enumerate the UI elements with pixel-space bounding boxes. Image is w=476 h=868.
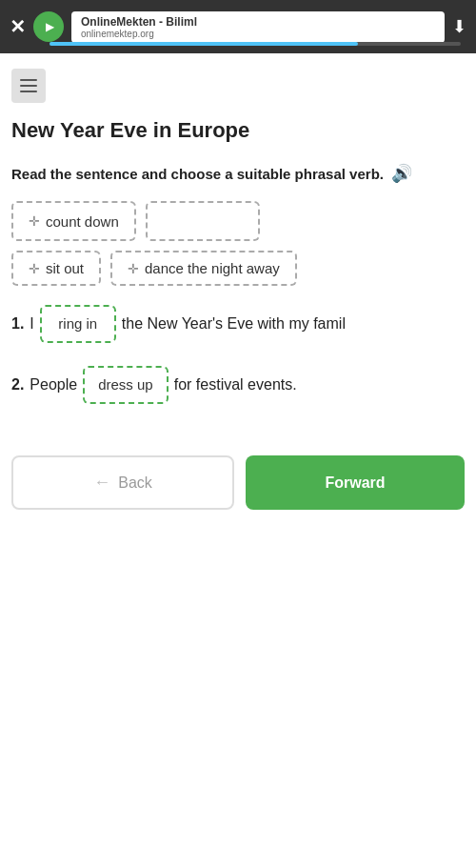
menu-line [20,85,37,87]
download-icon[interactable]: ⬇ [452,16,466,37]
sentence-1: 1. I ring in the New Year's Eve with my … [11,305,465,343]
instruction-text: Read the sentence and choose a suitable … [11,164,384,184]
phrase-chip-dance-night[interactable]: ✛ dance the night away [110,251,297,286]
sound-icon[interactable]: 🔊 [391,162,412,186]
hamburger-menu[interactable] [11,69,46,103]
browser-url: onlinemektep.org [81,29,435,39]
sentence-num-2: 2. [11,373,24,397]
close-icon[interactable]: ✕ [10,15,26,38]
main-content: New Year Eve in Europe Read the sentence… [0,53,476,868]
forward-label: Forward [325,474,385,491]
back-button[interactable]: ← Back [11,455,234,510]
answer-box-2[interactable]: dress up [83,366,169,404]
progress-bar [50,42,461,46]
browser-title: OnlineMekten - Biliml [81,15,435,29]
nav-buttons: ← Back Forward [0,427,476,529]
forward-button[interactable]: Forward [246,455,465,510]
browser-bar: ✕ OnlineMekten - Biliml onlinemektep.org… [0,0,476,53]
sentence-num-1: 1. [11,312,24,336]
phrase-label: count down [46,213,119,230]
phrase-row-1: ✛ count down [11,201,465,241]
back-label: Back [118,474,152,492]
sentences-container: 1. I ring in the New Year's Eve with my … [0,305,476,404]
phrase-chip-count-down[interactable]: ✛ count down [11,201,136,241]
sentence-2: 2. People dress up for festival events. [11,366,465,404]
progress-fill [50,42,358,46]
phrase-grid: ✛ count down ✛ sit out ✛ dance the night… [0,201,476,305]
play-button[interactable] [33,11,64,42]
instruction: Read the sentence and choose a suitable … [0,162,476,201]
sentence-before-2: People [30,373,77,397]
phrase-chip-sit-out[interactable]: ✛ sit out [11,251,101,286]
move-icon: ✛ [128,261,139,276]
phrase-row-2: ✛ sit out ✛ dance the night away [11,251,465,286]
phrase-label: dance the night away [145,260,280,276]
sentence-before-1: I [30,312,33,336]
answer-box-1[interactable]: ring in [40,305,116,343]
sentence-after-1: the New Year's Eve with my famil [122,312,346,336]
phrase-slot-empty-1[interactable] [146,201,260,241]
move-icon: ✛ [29,261,40,276]
page-title: New Year Eve in Europe [0,111,476,162]
menu-line [20,79,37,81]
move-icon: ✛ [29,213,40,229]
url-bar[interactable]: OnlineMekten - Biliml onlinemektep.org [71,11,445,43]
phrase-label: sit out [46,260,84,276]
back-arrow-icon: ← [93,473,110,493]
sentence-after-2: for festival events. [174,373,297,397]
menu-line [20,91,37,92]
menu-bar [0,53,476,111]
